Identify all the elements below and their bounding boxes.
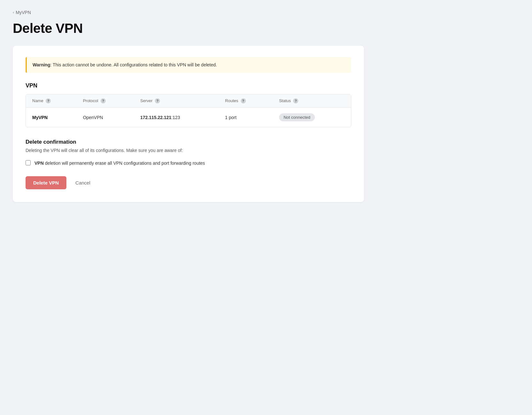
table-row: MyVPN OpenVPN 172.115.22.121:123 1 port … bbox=[26, 108, 351, 127]
warning-banner: Warning: This action cannot be undone. A… bbox=[26, 57, 351, 73]
main-card: Warning: This action cannot be undone. A… bbox=[13, 46, 364, 202]
back-link[interactable]: ‹ MyVPN bbox=[13, 10, 31, 15]
confirm-checkbox-row: VPN deletion will permanently erase all … bbox=[26, 160, 351, 167]
col-header-routes: Routes ? bbox=[219, 94, 273, 108]
table-header-row: Name ? Protocol ? Server ? Routes ? Stat… bbox=[26, 94, 351, 108]
col-header-server: Server ? bbox=[134, 94, 219, 108]
button-row: Delete VPN Cancel bbox=[26, 176, 351, 189]
vpn-table: Name ? Protocol ? Server ? Routes ? Stat… bbox=[26, 94, 351, 128]
routes-help-icon[interactable]: ? bbox=[241, 98, 246, 103]
confirm-checkbox-label[interactable]: VPN deletion will permanently erase all … bbox=[34, 160, 205, 167]
col-header-status: Status ? bbox=[273, 94, 351, 108]
status-help-icon[interactable]: ? bbox=[293, 98, 298, 103]
row-status: Not connected bbox=[273, 108, 351, 127]
protocol-help-icon[interactable]: ? bbox=[101, 98, 106, 103]
warning-text: : This action cannot be undone. All conf… bbox=[50, 62, 217, 67]
col-header-protocol: Protocol ? bbox=[77, 94, 134, 108]
row-server: 172.115.22.121:123 bbox=[134, 108, 219, 127]
warning-label: Warning bbox=[33, 62, 50, 67]
row-name: MyVPN bbox=[26, 108, 77, 127]
confirm-desc: Deleting the VPN will clear all of its c… bbox=[26, 148, 351, 153]
chevron-left-icon: ‹ bbox=[13, 10, 14, 15]
confirm-checkbox[interactable] bbox=[26, 160, 31, 165]
delete-vpn-button[interactable]: Delete VPN bbox=[26, 176, 66, 189]
row-protocol: OpenVPN bbox=[77, 108, 134, 127]
name-help-icon[interactable]: ? bbox=[46, 98, 51, 103]
back-link-label: MyVPN bbox=[16, 10, 31, 15]
vpn-section-title: VPN bbox=[26, 82, 351, 89]
confirm-title: Delete confirmation bbox=[26, 139, 351, 145]
cancel-button[interactable]: Cancel bbox=[73, 176, 93, 189]
col-header-name: Name ? bbox=[26, 94, 77, 108]
page-title: Delete VPN bbox=[13, 21, 519, 36]
row-routes: 1 port bbox=[219, 108, 273, 127]
status-badge: Not connected bbox=[279, 113, 315, 121]
server-help-icon[interactable]: ? bbox=[155, 98, 160, 103]
